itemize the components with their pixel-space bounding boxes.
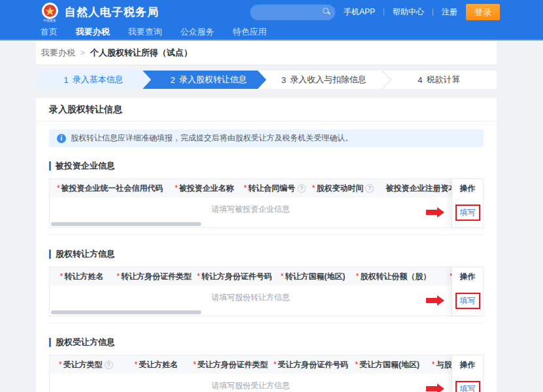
required-asterisk: *: [312, 184, 316, 193]
column-header: *股权转让份额（股）: [351, 271, 435, 282]
step-number: 1: [64, 75, 69, 85]
column-header: *转让方姓名: [50, 271, 114, 282]
table-empty-row: 请填写被投资企业信息: [50, 197, 452, 221]
help-icon[interactable]: ?: [105, 361, 113, 369]
login-button[interactable]: 登录: [466, 4, 500, 20]
header-link[interactable]: 注册: [442, 7, 457, 18]
divider: [384, 8, 384, 16]
info-icon: i: [57, 134, 66, 143]
search-icon: [323, 8, 329, 14]
annotation-arrow-icon: [426, 207, 444, 218]
annotation-arrow-icon: [426, 295, 444, 306]
step-label: 录入基本信息: [73, 74, 123, 86]
scrollbar-thumb[interactable]: [51, 222, 201, 226]
breadcrumb-current: 个人股权转让所得（试点）: [90, 47, 192, 59]
header: 中国税务 自然人电子税务局 手机APP帮助中心注册 登录 首页我要办税我要查询公…: [0, 0, 543, 41]
action-cell: 填写: [452, 286, 483, 316]
divider: [433, 8, 433, 16]
required-asterisk: *: [174, 184, 178, 193]
tax-bureau-logo-icon: 中国税务: [41, 3, 59, 22]
nav-item[interactable]: 公众服务: [180, 26, 214, 38]
column-header: *受让方姓名: [122, 359, 191, 370]
required-asterisk: *: [57, 184, 60, 193]
column-label: 转让方姓名: [65, 271, 104, 282]
header-link[interactable]: 手机APP: [344, 7, 375, 18]
header-right: 手机APP帮助中心注册 登录: [250, 4, 500, 20]
column-header: *被投资企业名称: [171, 183, 239, 194]
section-title-text: 股权转让方信息: [56, 248, 115, 260]
wizard-step[interactable]: 1录入基本信息: [36, 71, 151, 89]
nav-item[interactable]: 我要查询: [128, 26, 162, 38]
horizontal-scrollbar: [50, 309, 452, 316]
required-asterisk: *: [135, 360, 138, 369]
sections: 被投资企业信息 *被投资企业统一社会信用代码*被投资企业名称*转让合同编号?*股…: [36, 147, 497, 392]
section-title-bar: [49, 161, 51, 171]
breadcrumb-parent[interactable]: 我要办税: [41, 47, 75, 59]
fill-in-link[interactable]: 填写: [455, 293, 480, 309]
column-label: 与股权转让: [436, 359, 452, 370]
column-label: 转让方身份证件号码: [201, 271, 272, 282]
column-header: *与股权转让: [423, 359, 452, 370]
action-column-header: 操作: [452, 179, 483, 197]
column-label: 被投资企业注册资本(投资额): [386, 183, 452, 194]
section-title-bar: [49, 250, 51, 259]
main-panel: 录入股权转让信息 i 股权转让信息应详细准确填报，完成提交后将由股权受让方及税务…: [36, 98, 497, 392]
nav-item[interactable]: 首页: [41, 26, 58, 38]
column-label: 股权转让份额（股）: [360, 271, 431, 282]
required-asterisk: *: [355, 272, 359, 281]
column-label: 受让方类型: [63, 359, 103, 370]
table-empty-row: 请填写股份受让方信息: [50, 374, 452, 392]
required-asterisk: *: [273, 360, 276, 369]
fill-in-link[interactable]: 填写: [455, 204, 480, 221]
required-asterisk: *: [197, 272, 201, 281]
nav-item[interactable]: 我要办税: [76, 26, 110, 38]
column-header: *受让方类型?: [50, 359, 122, 370]
search-input[interactable]: [250, 5, 335, 20]
column-header: *受让方身份证件类型: [190, 359, 271, 370]
horizontal-scrollbar: [50, 221, 452, 227]
help-icon[interactable]: ?: [365, 184, 374, 193]
required-asterisk: *: [60, 272, 63, 281]
action-column-header: 操作: [452, 355, 483, 374]
notice-banner: i 股权转让信息应详细准确填报，完成提交后将由股权受让方及税务机关受理确认。: [49, 129, 484, 147]
header-links: 手机APP帮助中心注册: [344, 7, 457, 18]
empty-placeholder-text: 请填写股份受让方信息: [212, 380, 290, 391]
step-label: 税款计算: [426, 74, 460, 86]
wizard-step[interactable]: 3录入收入与扣除信息: [258, 71, 382, 89]
fill-in-link[interactable]: 填写: [455, 381, 480, 392]
scrollbar-thumb[interactable]: [51, 310, 201, 314]
panel-title: 录入股权转让信息: [36, 98, 497, 122]
wizard-step[interactable]: 4税款计算: [382, 71, 497, 89]
section: 股权转让方信息 *转让方姓名*转让方身份证件类型*转让方身份证件号码*转让方国籍…: [49, 235, 484, 323]
action-column-header: 操作: [452, 267, 483, 286]
column-header: *受让方国籍(地区): [351, 359, 423, 370]
header-link[interactable]: 帮助中心: [393, 7, 424, 18]
required-asterisk: *: [432, 360, 435, 369]
breadcrumb: 我要办税 > 个人股权转让所得（试点）: [36, 41, 497, 65]
column-header: *转让方身份证件号码: [194, 271, 274, 282]
column-label: 被投资企业统一社会信用代码: [61, 183, 163, 194]
column-header: *转让方国籍(地区): [274, 271, 351, 282]
data-table: *受让方类型?*受让方姓名*受让方身份证件类型*受让方身份证件号码*受让方国籍(…: [49, 355, 484, 392]
main-nav: 首页我要办税我要查询公众服务特色应用: [0, 24, 543, 39]
step-number: 3: [282, 75, 286, 85]
table-header-row: *受让方类型?*受让方姓名*受让方身份证件类型*受让方身份证件号码*受让方国籍(…: [50, 355, 452, 374]
action-cell: 填写: [452, 374, 483, 392]
column-header: 被投资企业注册资本(投资额): [375, 183, 452, 194]
section-title-text: 股权受让方信息: [56, 336, 115, 348]
section: 被投资企业信息 *被投资企业统一社会信用代码*被投资企业名称*转让合同编号?*股…: [49, 147, 484, 235]
wizard-step[interactable]: 2录入股权转让信息: [142, 71, 266, 89]
column-header: *受让方身份证件号码: [271, 359, 351, 370]
data-table: *转让方姓名*转让方身份证件类型*转让方身份证件号码*转让方国籍(地区)*股权转…: [49, 267, 484, 316]
column-label: 转让方身份证件类型: [121, 271, 191, 282]
required-asterisk: *: [59, 360, 62, 369]
help-icon[interactable]: ?: [297, 184, 306, 193]
section-title: 被投资企业信息: [49, 160, 484, 172]
section: 股权受让方信息 *受让方类型?*受让方姓名*受让方身份证件类型*受让方身份证件号…: [49, 323, 484, 392]
action-column: 操作 填写: [452, 355, 483, 392]
column-header: *转让: [435, 271, 452, 282]
required-asterisk: *: [117, 272, 120, 281]
step-number: 4: [418, 75, 422, 85]
column-label: 受让方身份证件号码: [278, 359, 348, 370]
nav-item[interactable]: 特色应用: [233, 26, 267, 38]
